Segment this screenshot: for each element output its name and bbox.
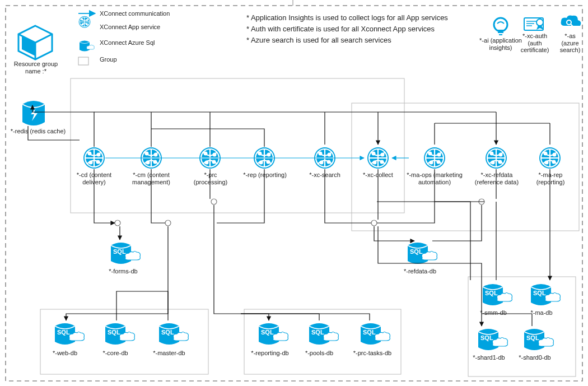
redis-label: *-redis (redis cache) <box>8 128 68 135</box>
prctasksdb-label: *-prc-tasks-db <box>346 350 399 357</box>
masterdb-label: *-master-db <box>147 350 192 357</box>
note-search: * Azure search is used for all search se… <box>246 36 391 44</box>
svg-text:SQL: SQL <box>57 329 70 336</box>
poolsdb-label: *-pools-db <box>299 350 339 357</box>
svg-text:SQL: SQL <box>113 248 126 255</box>
webdb-label: *-web-db <box>45 350 85 357</box>
legend-communication: XConnect communication <box>100 10 170 17</box>
legend-group: Group <box>100 56 117 63</box>
svg-text:SQL: SQL <box>410 248 423 255</box>
legend <box>78 13 95 65</box>
xcrefdata-label: *-xc-refdata (reference data) <box>469 171 524 185</box>
smmdb-label: *-smm-db <box>474 309 513 317</box>
svg-text:SQL: SQL <box>161 329 174 336</box>
svg-rect-15 <box>71 78 404 213</box>
note-auth: * Auth with certificate is used for all … <box>246 25 435 33</box>
refdatadb-label: *-refdata-db <box>396 268 444 275</box>
note-insights: * Application Insights is used to collec… <box>246 13 448 22</box>
maops-label: *-ma-ops (marketing automation) <box>403 171 466 185</box>
resource-group-label: Resource group name :* <box>8 61 64 75</box>
svg-text:SQL: SQL <box>485 290 498 296</box>
shard1db-label: *-shard1-db <box>467 354 511 361</box>
svg-text:SQL: SQL <box>311 329 324 336</box>
xccollect-label: *-xc-collect <box>358 171 398 179</box>
coredb-label: *-core-db <box>95 350 136 357</box>
cert-icon <box>524 18 543 30</box>
cd-label: *-cd (content delivery) <box>66 171 122 185</box>
auth-label: *-xc-auth (auth certificate) <box>515 32 554 54</box>
prc-label: *-prc (processing) <box>188 171 233 185</box>
madb-label: *-ma-db <box>522 309 561 317</box>
as-label: *-as (azure search) <box>556 32 585 54</box>
reportingdb-label: *-reporting-db <box>245 350 295 357</box>
formsdb-label: *-forms-db <box>101 268 146 275</box>
redis-icon <box>22 101 45 125</box>
svg-text:SQL: SQL <box>480 334 493 341</box>
cm-label: *-cm (content management) <box>124 171 178 185</box>
svg-text:SQL: SQL <box>363 329 376 336</box>
diagram-canvas: SQL SQL SQLSQLSQL SQLSQLSQL SQLSQL SQLSQ… <box>0 0 588 386</box>
resource-cube-icon <box>18 26 52 59</box>
svg-text:SQL: SQL <box>533 290 546 296</box>
legend-appservice: XConnect App service <box>100 24 160 30</box>
svg-text:SQL: SQL <box>261 329 274 336</box>
cloud-search-icon <box>561 16 581 27</box>
marep-label: *-ma-rep (reporting) <box>526 171 575 185</box>
svg-rect-14 <box>78 57 88 65</box>
svg-text:SQL: SQL <box>526 334 539 341</box>
xcsearch-label: *-xc-search <box>304 171 346 179</box>
shard0db-label: *-shard0-db <box>513 354 557 361</box>
legend-sql: XConnect Azure Sql <box>100 39 155 46</box>
ai-bulb-icon <box>494 18 507 35</box>
svg-text:SQL: SQL <box>108 329 120 336</box>
rep-label: *-rep (reporting) <box>240 171 290 179</box>
